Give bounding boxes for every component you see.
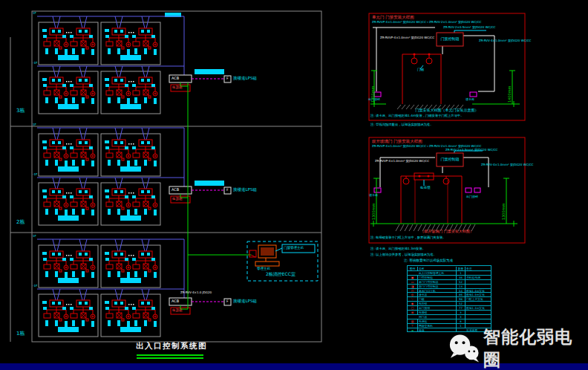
watermark-text: 智能化弱电圈 — [483, 325, 588, 370]
cable-label: ZR-RVV-2×0.5mm² 穿JDG20 WC/CC — [445, 149, 497, 152]
legend-header-cell: 名称 — [418, 267, 457, 270]
bus-floor-label: -1F — [33, 62, 37, 65]
ecc-host-box-label: 门禁管理主机 — [284, 247, 304, 250]
controller-box-label: 门禁控制箱 — [437, 37, 463, 41]
lps-label: 接楼道LPS箱 — [233, 299, 257, 304]
ecc-host-box-text: 门禁管理主机 — [284, 246, 304, 250]
f-box-label: F — [226, 189, 229, 192]
wiring-diagram — [0, 0, 588, 370]
cable-label: ZR-RVV-2×0.5mm² 穿JDG20 WC/CC — [443, 26, 495, 29]
title-underline-2 — [137, 357, 203, 359]
ecc-host-sub-label: 管理主机 — [257, 267, 270, 271]
section-label: 3栋 — [16, 108, 24, 114]
cable-label: ZR-RVV-4×1.0mm² 穿JDG20 WC/CC — [479, 39, 531, 42]
cable-label: ZR-RVVP-4×1.0mm² 穿JDG20 WC/CC — [375, 160, 429, 163]
dimension-label: 1300mm — [502, 204, 506, 220]
device-label: 读卡器 — [369, 194, 378, 197]
bus-floor-label: -1F — [33, 285, 37, 288]
bus-floor-label: 1F — [33, 235, 36, 238]
cable-label: ZR-RVVP-4×1.0mm² 穿JDG20 WC/CC — [380, 36, 434, 39]
legend-header-cell: 数量 — [457, 267, 466, 270]
controller-box-label: 门禁控制箱 — [437, 158, 463, 161]
legend-header-cell: 备注 — [466, 267, 491, 270]
device-label: 出门按钮 — [466, 195, 478, 198]
legend-header-cell: 图例 — [408, 267, 418, 270]
detail-note: 注: 以上做法仅供参考，以现场实际情况为准。 — [370, 253, 437, 256]
detail-caption: （双开玻璃门 门禁安装大样图） — [395, 230, 499, 233]
lps-label: 接楼道LPS箱 — [233, 188, 257, 192]
detail-note: 注: 读卡器、出门按钮距地1.4m安装，门磁安装于门框上方居中。 — [370, 114, 464, 117]
dimension-label: 1400mm — [371, 86, 375, 103]
junction-box-label: ACB — [172, 188, 179, 192]
junction-box-label: ACB — [172, 299, 179, 303]
section-label: 2栋 — [16, 220, 24, 225]
bus-floor-label: 1F — [33, 123, 36, 126]
bus-floor-label: 1F — [33, 12, 36, 15]
title-underline-1 — [137, 354, 203, 356]
detail-note: 注: 管线均预埋敷设，以现场实际情况为准。 — [370, 123, 433, 126]
detail-caption: 门禁安装大样图（单元门安装示意图） — [395, 108, 499, 112]
detail-note: 注: 电插锁安装于门框上方居中，配套玻璃门夹安装。 — [370, 236, 446, 239]
dimension-label: 1400mm — [508, 86, 512, 103]
detail-note: 注: 读卡器、出门按钮距地1.3m安装。 — [370, 247, 425, 250]
page-title: 出入口控制系统图 — [136, 341, 207, 351]
junction-box-label: ACB — [172, 77, 179, 80]
cad-canvas: 门禁管理主机 管理主机 2栋消控ECC室 注: 图例数量统计以现场实际为准 图例… — [0, 0, 588, 370]
wechat-icon — [445, 331, 480, 366]
power-box-label: 电源箱 — [172, 198, 183, 201]
section-label: 1栋 — [16, 331, 24, 337]
legend-note: 注: 图例数量统计以现场实际为准 — [404, 259, 453, 263]
lps-label: 接楼道LPS箱 — [233, 77, 257, 81]
f-box-label: F — [226, 300, 229, 304]
watermark: 智能化弱电圈 — [445, 325, 588, 370]
cable-label: ZR-RVV-4×1.0mm² 穿JDG20 WC/CC — [481, 163, 533, 166]
power-box-label: 电源箱 — [172, 86, 183, 90]
detail-title: 单元门 门禁安装大样图 — [372, 16, 414, 20]
legend-cell: ≡ — [408, 328, 418, 332]
door-device-label: 门磁 — [417, 68, 424, 72]
detail-cable-spec: ZR-RVVP-4×1.0mm² 穿JDG20 WC/CC＋ZR-RVV-2×1… — [372, 21, 481, 24]
ecc-room-label: 2栋消控ECC室 — [266, 272, 295, 276]
detail-title: 双开玻璃门 门禁安装大样图 — [372, 140, 422, 144]
bus-floor-label: -1F — [33, 173, 37, 176]
f-box-label: F — [226, 77, 229, 81]
cable-spec-label: ZR-RVV-4×1.0 JDG20 — [180, 291, 212, 294]
door-device-label: 电插锁 — [420, 186, 431, 190]
legend-table: 图例名称数量备注出入口控制管理主机1▣门禁控制箱46含机箱电源▭单门门禁控制器5… — [407, 265, 491, 332]
dimension-label: 1300mm — [372, 204, 376, 220]
device-label: 读卡器 — [466, 98, 474, 101]
power-box-label: 电源箱 — [172, 309, 183, 313]
